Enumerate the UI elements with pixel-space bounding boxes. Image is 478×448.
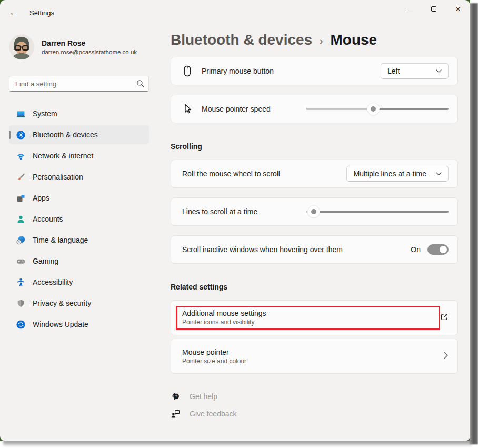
section-header-related: Related settings — [171, 283, 458, 291]
windows-update-icon — [16, 320, 25, 329]
chevron-down-icon — [436, 69, 442, 73]
sidebar-item-network-internet[interactable]: Network & internet — [9, 146, 149, 165]
window-shadow — [470, 3, 478, 444]
sidebar-item-privacy-security[interactable]: Privacy & security — [9, 294, 149, 313]
sidebar-item-label: System — [33, 109, 57, 118]
setting-card-roll-wheel: Roll the mouse wheel to scroll Multiple … — [171, 160, 458, 188]
maximize-icon — [431, 6, 436, 12]
toggle-group: On — [411, 244, 449, 255]
back-arrow-icon: ← — [9, 7, 18, 18]
toggle-state-label: On — [411, 245, 421, 254]
user-profile[interactable]: Darren Rose darren.rose@pcassistathome.c… — [9, 34, 149, 60]
setting-label: Mouse pointer speed — [202, 105, 306, 113]
pointer-speed-slider[interactable] — [306, 103, 449, 115]
chevron-down-icon — [436, 172, 442, 176]
link-card-text: Mouse pointer Pointer size and colour — [182, 348, 444, 365]
setting-card-scroll-inactive: Scroll inactive windows when hovering ov… — [171, 235, 458, 264]
sidebar-item-label: Accessibility — [33, 278, 73, 286]
maximize-button[interactable] — [422, 0, 446, 18]
search-icon[interactable] — [136, 79, 144, 89]
network-icon — [16, 152, 25, 161]
titlebar: ← Settings × — [0, 0, 470, 25]
dropdown-value: Left — [387, 67, 400, 75]
svg-text:?: ? — [175, 394, 177, 399]
sidebar-item-label: Network & internet — [33, 152, 93, 160]
slider-thumb[interactable] — [367, 103, 379, 115]
setting-label: Primary mouse button — [202, 67, 381, 75]
profile-name: Darren Rose — [42, 39, 137, 47]
link-card-text: Additional mouse settings Pointer icons … — [182, 306, 440, 330]
setting-label: Roll the mouse wheel to scroll — [182, 170, 346, 178]
primary-button-dropdown[interactable]: Left — [381, 63, 449, 79]
sidebar-item-accounts[interactable]: Accounts — [9, 210, 149, 228]
minimize-icon — [407, 9, 413, 9]
setting-card-lines-to-scroll: Lines to scroll at a time — [171, 197, 458, 226]
accessibility-icon — [16, 278, 25, 287]
link-card-mouse-pointer[interactable]: Mouse pointer Pointer size and colour — [171, 339, 458, 374]
back-button[interactable]: ← — [5, 4, 22, 21]
slider-track[interactable] — [306, 211, 449, 213]
privacy-icon — [16, 299, 25, 308]
sidebar-item-gaming[interactable]: Gaming — [9, 252, 149, 271]
window-controls: × — [397, 0, 470, 25]
give-feedback-label: Give feedback — [190, 410, 237, 418]
get-help-link[interactable]: ? Get help — [171, 389, 458, 404]
screenshot-stage: ← Settings × — [0, 0, 478, 448]
close-button[interactable]: × — [446, 0, 470, 18]
sidebar-item-windows-update[interactable]: Windows Update — [9, 315, 149, 334]
get-help-label: Get help — [190, 392, 217, 401]
bluetooth-icon — [16, 131, 25, 140]
sidebar-item-personalisation[interactable]: Personalisation — [9, 167, 149, 186]
sidebar-item-bluetooth-devices[interactable]: Bluetooth & devices — [9, 125, 149, 144]
give-feedback-link[interactable]: Give feedback — [171, 406, 458, 422]
sidebar-item-label: Apps — [33, 194, 49, 202]
setting-label: Lines to scroll at a time — [182, 207, 306, 216]
toggle-knob — [440, 246, 447, 253]
sidebar-item-accessibility[interactable]: Accessibility — [9, 273, 149, 292]
sidebar: Darren Rose darren.rose@pcassistathome.c… — [0, 25, 158, 441]
link-subtitle: Pointer size and colour — [182, 357, 444, 365]
link-title: Additional mouse settings — [182, 309, 434, 317]
setting-card-pointer-speed: Mouse pointer speed — [171, 95, 458, 123]
setting-card-primary-mouse-button: Primary mouse button Left — [171, 57, 458, 85]
main-content: Bluetooth & devices › Mouse Primary mous… — [171, 25, 458, 441]
lines-to-scroll-slider[interactable] — [306, 206, 449, 217]
link-subtitle: Pointer icons and visibility — [182, 318, 434, 326]
annotation-highlight: Additional mouse settings Pointer icons … — [176, 306, 440, 330]
sidebar-item-system[interactable]: System — [9, 104, 149, 123]
scroll-inactive-toggle[interactable] — [427, 244, 449, 255]
roll-wheel-dropdown[interactable]: Multiple lines at a time — [346, 166, 449, 182]
search-box — [9, 76, 149, 92]
setting-label: Scroll inactive windows when hovering ov… — [182, 245, 411, 254]
sidebar-item-label: Privacy & security — [33, 299, 91, 307]
page-title: Mouse — [331, 32, 377, 48]
sidebar-item-label: Accounts — [33, 215, 63, 223]
breadcrumb-parent[interactable]: Bluetooth & devices — [171, 32, 312, 48]
link-card-additional-mouse-settings[interactable]: Additional mouse settings Pointer icons … — [171, 300, 458, 335]
breadcrumb-separator-icon: › — [320, 35, 323, 47]
chevron-right-icon — [444, 352, 449, 361]
slider-thumb[interactable] — [308, 206, 320, 217]
close-icon: × — [455, 5, 461, 14]
sidebar-item-apps[interactable]: Apps — [9, 188, 149, 207]
mouse-icon — [182, 65, 194, 77]
time-language-icon — [16, 236, 25, 245]
personalisation-icon — [16, 173, 25, 182]
cursor-icon — [182, 103, 194, 115]
give-feedback-icon — [171, 409, 181, 419]
sidebar-item-label: Time & language — [33, 236, 88, 244]
profile-text: Darren Rose darren.rose@pcassistathome.c… — [42, 39, 137, 55]
sidebar-item-time-language[interactable]: Time & language — [9, 231, 149, 250]
sidebar-nav: System Bluetooth & devices Network & int… — [9, 104, 149, 334]
dropdown-value: Multiple lines at a time — [353, 170, 426, 178]
minimize-button[interactable] — [397, 0, 422, 18]
accounts-icon — [16, 215, 25, 224]
apps-icon — [16, 194, 25, 203]
external-link-icon — [440, 313, 449, 323]
breadcrumb: Bluetooth & devices › Mouse — [171, 32, 458, 48]
sidebar-item-label: Gaming — [33, 257, 58, 265]
link-title: Mouse pointer — [182, 348, 444, 356]
section-header-scrolling: Scrolling — [171, 142, 458, 151]
slider-fill — [306, 108, 373, 110]
search-input[interactable] — [9, 76, 149, 92]
